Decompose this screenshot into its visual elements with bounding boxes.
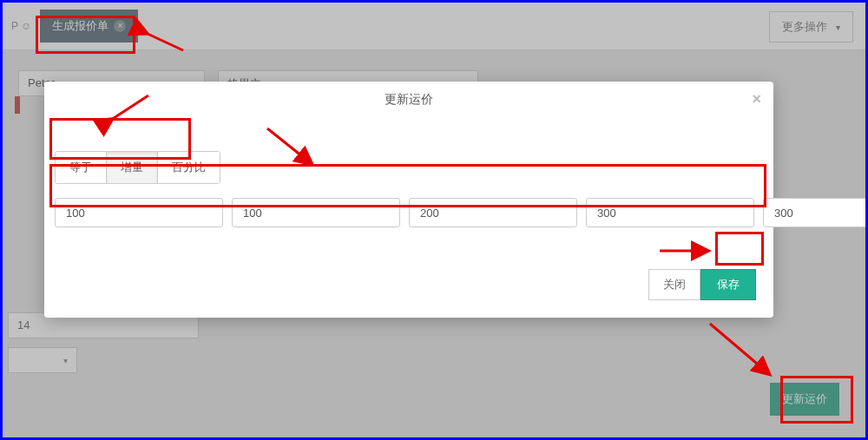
rate-inputs-row xyxy=(44,184,773,234)
seg-increment[interactable]: 增量 xyxy=(107,152,158,183)
update-rate-modal: 更新运价 × 等于 增量 百分比 关闭 保存 xyxy=(44,82,773,318)
seg-percent[interactable]: 百分比 xyxy=(158,152,220,183)
modal-close-button[interactable]: × xyxy=(752,90,761,108)
mode-segmented-control: 等于 增量 百分比 xyxy=(55,151,220,184)
rate-input-1[interactable] xyxy=(55,198,223,227)
rate-input-4[interactable] xyxy=(586,198,754,227)
modal-title: 更新运价 xyxy=(385,92,433,106)
rate-input-5[interactable] xyxy=(763,198,868,227)
rate-input-2[interactable] xyxy=(232,198,400,227)
save-button[interactable]: 保存 xyxy=(700,269,756,300)
cancel-button[interactable]: 关闭 xyxy=(648,269,700,300)
modal-header: 更新运价 × xyxy=(44,82,773,116)
rate-input-3[interactable] xyxy=(409,198,577,227)
seg-equal[interactable]: 等于 xyxy=(56,152,107,183)
modal-footer: 关闭 保存 xyxy=(44,234,773,304)
